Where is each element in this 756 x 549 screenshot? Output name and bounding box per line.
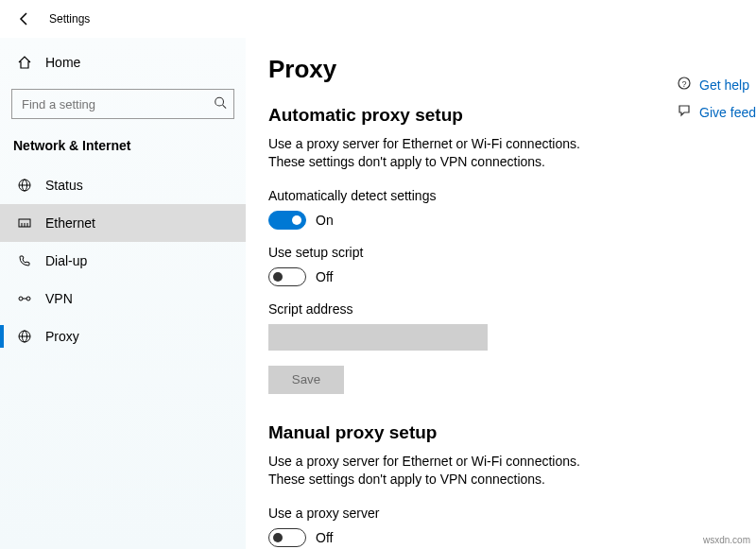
sidebar-home-label: Home: [45, 55, 80, 70]
use-proxy-state: Off: [316, 530, 333, 545]
sidebar-item-label: Ethernet: [45, 215, 95, 231]
help-icon: ?: [677, 76, 692, 94]
search-icon: [214, 96, 227, 112]
right-links: ? Get help Give feed: [677, 76, 756, 121]
window-header: Settings: [0, 0, 756, 38]
vpn-icon: [17, 291, 32, 306]
ethernet-icon: [17, 215, 32, 231]
toggle-knob: [273, 272, 283, 282]
svg-point-10: [26, 297, 30, 300]
back-button[interactable]: [13, 8, 36, 30]
feedback-icon: [677, 103, 692, 121]
home-icon: [17, 55, 32, 70]
detect-toggle[interactable]: [268, 211, 306, 230]
manual-section-desc: Use a proxy server for Ethernet or Wi-Fi…: [268, 453, 609, 489]
auto-section-desc: Use a proxy server for Ethernet or Wi-Fi…: [268, 135, 609, 171]
svg-line-1: [223, 105, 227, 109]
toggle-knob: [273, 533, 283, 542]
detect-state: On: [316, 213, 334, 228]
sidebar-item-proxy[interactable]: Proxy: [0, 317, 246, 355]
use-proxy-toggle[interactable]: [268, 528, 306, 547]
toggle-knob: [292, 215, 301, 225]
help-label: Get help: [699, 77, 749, 93]
header-title: Settings: [49, 12, 90, 26]
detect-label: Automatically detect settings: [268, 188, 756, 203]
accent-bar: [0, 325, 4, 348]
arrow-left-icon: [17, 11, 32, 26]
feedback-label: Give feed: [699, 105, 756, 120]
sidebar-item-ethernet[interactable]: Ethernet: [0, 204, 246, 242]
sidebar-group-title: Network & Internet: [0, 132, 246, 166]
script-toggle-label: Use setup script: [268, 245, 756, 260]
sidebar-item-vpn[interactable]: VPN: [0, 280, 246, 317]
sidebar-item-label: Status: [45, 178, 83, 193]
sidebar-item-status[interactable]: Status: [0, 166, 246, 204]
sidebar-home[interactable]: Home: [0, 45, 246, 79]
give-feedback-link[interactable]: Give feed: [677, 103, 756, 121]
globe-icon: [17, 178, 32, 193]
script-toggle[interactable]: [268, 267, 306, 286]
sidebar-item-label: Dial-up: [45, 253, 87, 268]
sidebar-item-label: VPN: [45, 291, 73, 306]
script-address-label: Script address: [268, 301, 756, 317]
svg-point-0: [215, 97, 224, 106]
search-input[interactable]: [11, 89, 234, 119]
search-wrap: [11, 89, 234, 119]
sidebar-item-dialup[interactable]: Dial-up: [0, 242, 246, 280]
svg-text:?: ?: [682, 79, 687, 89]
save-button[interactable]: Save: [268, 366, 344, 394]
use-proxy-label: Use a proxy server: [268, 506, 756, 521]
sidebar-item-label: Proxy: [45, 329, 79, 344]
watermark: wsxdn.com: [703, 535, 750, 545]
get-help-link[interactable]: ? Get help: [677, 76, 756, 94]
script-state: Off: [316, 269, 333, 284]
manual-section-heading: Manual proxy setup: [268, 422, 756, 443]
phone-icon: [17, 253, 32, 268]
sidebar: Home Network & Internet Status Ethernet: [0, 38, 246, 549]
svg-point-9: [19, 297, 23, 300]
proxy-icon: [17, 329, 32, 344]
script-address-input[interactable]: [268, 324, 488, 351]
